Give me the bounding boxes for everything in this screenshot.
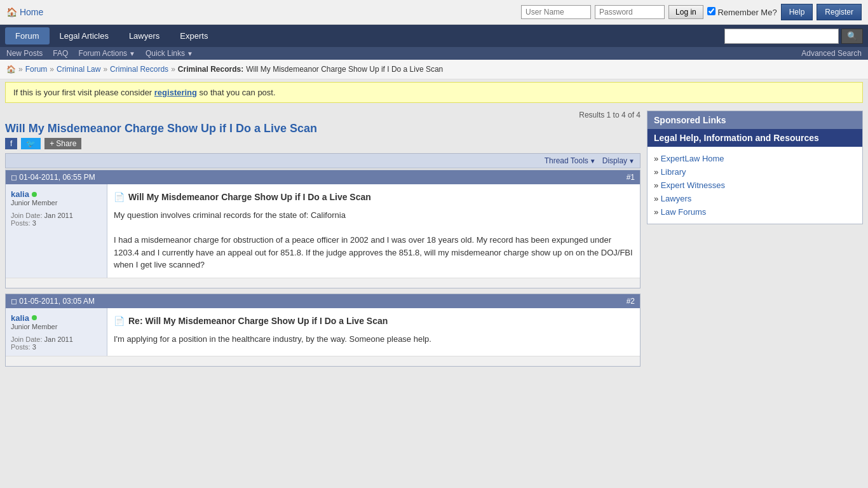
display-arrow: ▼	[628, 158, 635, 165]
search-button[interactable]: 🔍	[841, 29, 863, 44]
post-1-user-info: kalia Junior Member Join Date: Jan 2011 …	[6, 184, 107, 278]
post-2-body: kalia Junior Member Join Date: Jan 2011 …	[6, 308, 640, 356]
post-1-number: #1	[627, 173, 635, 182]
remember-me-label: Remember Me?	[717, 8, 776, 17]
post-1-footer	[6, 278, 640, 288]
sidebar-resources: Legal Help, Information and Resources	[648, 129, 862, 147]
subnav-quick-links[interactable]: Quick Links ▼	[146, 49, 193, 58]
post-2-user-rank: Junior Member	[11, 323, 102, 330]
sidebar-link-lawyers[interactable]: Lawyers	[654, 192, 856, 205]
breadcrumb-criminal-law[interactable]: Criminal Law	[57, 65, 100, 74]
home-logo[interactable]: 🏠 Home	[6, 7, 43, 17]
nav-tab-legal-articles[interactable]: Legal Articles	[50, 27, 119, 44]
nav-tab-experts[interactable]: Experts	[170, 27, 218, 44]
forum-actions-arrow: ▼	[129, 50, 135, 57]
sidebar-link-expertlaw-home[interactable]: ExpertLaw Home	[654, 152, 856, 165]
sidebar: Sponsored Links Legal Help, Information …	[647, 111, 863, 372]
search-input[interactable]	[724, 29, 839, 44]
post-2-header: ◻ 01-05-2011, 03:05 AM #2	[6, 294, 640, 308]
advanced-search-link[interactable]: Advanced Search	[801, 49, 862, 58]
post-2-footer	[6, 356, 640, 366]
breadcrumb-current-label: Criminal Records:	[178, 65, 243, 74]
post-2-user-info: kalia Junior Member Join Date: Jan 2011 …	[6, 308, 107, 356]
post-1-title: 📄 Will My Misdemeanor Charge Show Up if …	[114, 191, 634, 204]
sub-nav: New Posts FAQ Forum Actions ▼ Quick Link…	[0, 47, 868, 60]
post-2-content: 📄 Re: Will My Misdemeanor Charge Show Up…	[107, 308, 640, 356]
post-2-date: ◻ 01-05-2011, 03:05 AM	[11, 297, 95, 306]
sidebar-resources-title: Legal Help, Information and Resources	[654, 133, 856, 143]
post-1-user-rank: Junior Member	[11, 199, 102, 207]
search-area: 🔍	[724, 29, 863, 44]
post-1-text: My question involves criminal records fo…	[114, 209, 634, 271]
help-button[interactable]: Help	[781, 4, 813, 20]
thread-toolbar: Thread Tools ▼ Display ▼	[5, 153, 641, 168]
sidebar-sponsored-title: Sponsored Links	[648, 111, 862, 129]
subnav-new-posts[interactable]: New Posts	[6, 49, 43, 58]
subnav-forum-actions[interactable]: Forum Actions ▼	[78, 49, 135, 58]
post-2-text: I'm applying for a position in the healt…	[114, 333, 634, 346]
thread-tools-arrow: ▼	[590, 158, 596, 165]
breadcrumb-criminal-records[interactable]: Criminal Records	[110, 65, 168, 74]
post-2-online-indicator	[32, 315, 37, 320]
content-area: Results 1 to 4 of 4 Will My Misdemeanor …	[5, 111, 641, 372]
post-1-content: 📄 Will My Misdemeanor Charge Show Up if …	[107, 184, 640, 278]
subnav-faq[interactable]: FAQ	[53, 49, 68, 58]
post-1-online-indicator	[32, 192, 37, 197]
first-visit-text-after: so that you can post.	[197, 88, 276, 97]
quick-links-arrow: ▼	[187, 50, 193, 57]
share-plus-icon: +	[50, 139, 54, 148]
post-1-username[interactable]: kalia	[11, 189, 102, 199]
post-1: ◻ 01-04-2011, 06:55 PM #1 kalia Junior M…	[5, 170, 641, 288]
share-button[interactable]: + Share	[44, 138, 81, 149]
password-input[interactable]	[595, 5, 665, 19]
post-1-meta: Join Date: Jan 2011 Posts: 3	[11, 212, 102, 227]
logo-area: 🏠 Home	[6, 7, 43, 17]
sidebar-link-law-forums[interactable]: Law Forums	[654, 205, 856, 219]
post-1-body: kalia Junior Member Join Date: Jan 2011 …	[6, 184, 640, 278]
post-2-title: 📄 Re: Will My Misdemeanor Charge Show Up…	[114, 315, 634, 328]
remember-me-checkbox[interactable]	[707, 7, 715, 15]
post-2-number: #2	[627, 297, 635, 306]
post-1-date: ◻ 01-04-2011, 06:55 PM	[11, 173, 95, 182]
post-2-meta: Join Date: Jan 2011 Posts: 3	[11, 336, 102, 351]
post-1-header: ◻ 01-04-2011, 06:55 PM #1	[6, 170, 640, 184]
register-button[interactable]: Register	[817, 4, 862, 20]
home-icon[interactable]: 🏠	[6, 65, 16, 74]
facebook-share-button[interactable]: f	[5, 138, 17, 149]
nav-tab-forum[interactable]: Forum	[5, 27, 50, 44]
thread-tools-button[interactable]: Thread Tools ▼	[545, 156, 596, 165]
post-1-icon: 📄	[114, 191, 125, 204]
breadcrumb: 🏠 » Forum » Criminal Law » Criminal Reco…	[0, 60, 868, 79]
sidebar-sponsored: Sponsored Links Legal Help, Information …	[647, 111, 863, 224]
first-visit-notice: If this is your first visit please consi…	[5, 82, 863, 103]
post-2-username[interactable]: kalia	[11, 313, 102, 323]
sidebar-link-library[interactable]: Library	[654, 165, 856, 179]
first-visit-text-before: If this is your first visit please consi…	[13, 88, 154, 97]
sidebar-links: ExpertLaw Home Library Expert Witnesses …	[648, 147, 862, 224]
results-count: Results 1 to 4 of 4	[5, 111, 641, 119]
breadcrumb-thread-title: Will My Misdemeanor Charge Show Up if I …	[246, 65, 443, 74]
login-area: Log in Remember Me? Help Register	[521, 4, 862, 20]
post-2-icon: 📄	[114, 315, 125, 328]
nav-bar: Forum Legal Articles Lawyers Experts 🔍	[0, 25, 868, 47]
display-button[interactable]: Display ▼	[602, 156, 635, 165]
thread-title: Will My Misdemeanor Charge Show Up if I …	[5, 122, 641, 135]
breadcrumb-forum[interactable]: Forum	[25, 65, 48, 74]
thread-title-link[interactable]: Will My Misdemeanor Charge Show Up if I …	[5, 122, 317, 135]
share-bar: f 🐦 + Share	[5, 138, 641, 149]
sidebar-link-expert-witnesses[interactable]: Expert Witnesses	[654, 179, 856, 192]
username-input[interactable]	[521, 5, 591, 19]
nav-tab-lawyers[interactable]: Lawyers	[119, 27, 170, 44]
remember-me-container: Remember Me?	[707, 7, 777, 17]
login-button[interactable]: Log in	[668, 5, 703, 19]
post-2: ◻ 01-05-2011, 03:05 AM #2 kalia Junior M…	[5, 294, 641, 367]
twitter-share-button[interactable]: 🐦	[21, 138, 41, 149]
registering-link[interactable]: registering	[154, 88, 197, 97]
